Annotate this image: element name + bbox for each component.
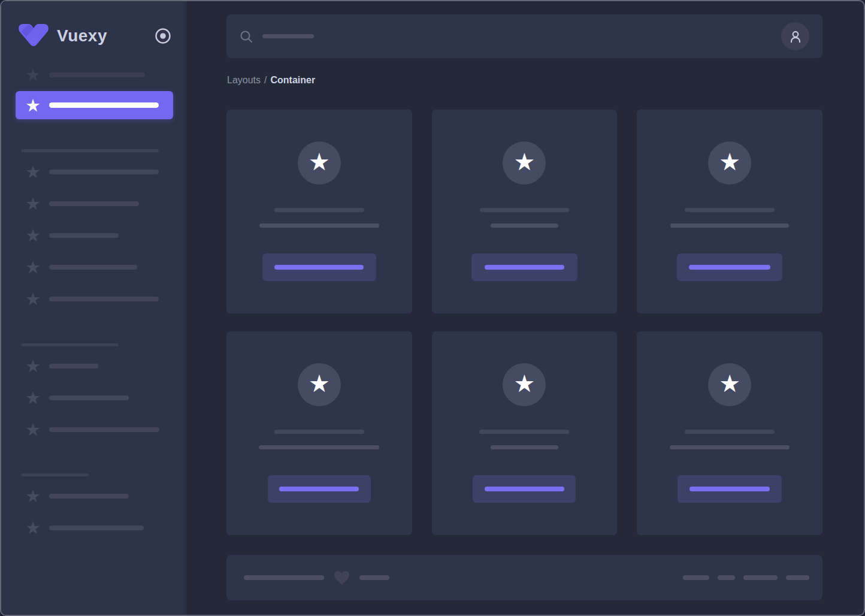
star-icon: ★ bbox=[25, 389, 40, 406]
card-avatar-circle: ★ bbox=[503, 363, 546, 406]
sidebar-item[interactable]: ★ bbox=[1, 227, 187, 244]
card-button[interactable] bbox=[678, 475, 782, 503]
card: ★ bbox=[226, 110, 412, 313]
footer-bar bbox=[226, 555, 822, 600]
main-content: Layouts/Container ★ ★ bbox=[187, 1, 864, 615]
star-icon: ★ bbox=[309, 372, 330, 398]
sidebar-item[interactable]: ★ bbox=[1, 164, 187, 180]
star-icon: ★ bbox=[25, 67, 40, 83]
sidebar-nav: ★ ★ ★ ★ ★ ★ bbox=[1, 67, 187, 536]
button-label-bar bbox=[485, 487, 564, 491]
star-icon: ★ bbox=[25, 195, 40, 212]
skeleton-line bbox=[685, 430, 775, 434]
heart-icon bbox=[334, 570, 350, 585]
footer-skeleton-text bbox=[244, 575, 324, 580]
star-icon: ★ bbox=[25, 97, 40, 114]
menu-pin-toggle-icon[interactable] bbox=[155, 28, 171, 44]
card-avatar-circle: ★ bbox=[708, 141, 751, 185]
search-placeholder-bar bbox=[262, 34, 314, 38]
sidebar: Vuexy ★ ★ ★ ★ bbox=[1, 1, 187, 615]
card: ★ bbox=[432, 110, 618, 313]
search-icon bbox=[240, 30, 253, 43]
skeleton-label bbox=[49, 170, 159, 174]
footer-link-bar[interactable] bbox=[743, 575, 778, 580]
star-icon: ★ bbox=[309, 150, 330, 176]
card-button[interactable] bbox=[262, 253, 376, 281]
sidebar-item[interactable]: ★ bbox=[1, 259, 187, 276]
sidebar-item[interactable]: ★ bbox=[1, 291, 187, 307]
footer-skeleton-text bbox=[359, 575, 389, 580]
star-icon: ★ bbox=[25, 520, 40, 536]
skeleton-label bbox=[49, 395, 129, 400]
card-button[interactable] bbox=[268, 475, 371, 503]
button-label-bar bbox=[274, 265, 364, 270]
skeleton-label bbox=[49, 364, 98, 369]
card-avatar-circle: ★ bbox=[298, 141, 341, 185]
star-icon: ★ bbox=[25, 227, 40, 244]
app-window: Vuexy ★ ★ ★ ★ bbox=[0, 0, 865, 616]
card: ★ bbox=[432, 331, 618, 535]
user-avatar[interactable] bbox=[781, 22, 809, 50]
skeleton-label bbox=[49, 201, 139, 206]
app-logo-text: Vuexy bbox=[57, 26, 107, 46]
button-label-bar bbox=[485, 265, 564, 270]
footer-link-bar[interactable] bbox=[718, 575, 735, 580]
skeleton-line bbox=[479, 430, 569, 434]
star-icon: ★ bbox=[25, 164, 40, 180]
page-title: Container bbox=[271, 75, 316, 85]
skeleton-line bbox=[491, 445, 558, 449]
skeleton-label bbox=[49, 526, 144, 530]
skeleton-line bbox=[670, 224, 789, 228]
star-icon: ★ bbox=[25, 291, 40, 307]
sidebar-item[interactable]: ★ bbox=[1, 67, 187, 83]
skeleton-line bbox=[274, 430, 364, 434]
skeleton-label bbox=[49, 233, 119, 238]
card-button[interactable] bbox=[471, 253, 577, 281]
search-input[interactable] bbox=[240, 30, 781, 43]
card-avatar-circle: ★ bbox=[708, 363, 751, 406]
user-icon bbox=[788, 29, 803, 44]
card: ★ bbox=[226, 331, 412, 535]
star-icon: ★ bbox=[719, 372, 740, 398]
skeleton-line bbox=[274, 208, 364, 212]
sidebar-section-heading bbox=[21, 473, 89, 476]
skeleton-label bbox=[49, 265, 137, 270]
skeleton-line bbox=[259, 224, 379, 228]
breadcrumb-section[interactable]: Layouts bbox=[227, 75, 261, 85]
star-icon: ★ bbox=[25, 488, 40, 505]
card-avatar-circle: ★ bbox=[503, 141, 546, 185]
card-button[interactable] bbox=[677, 253, 782, 281]
card: ★ bbox=[637, 331, 822, 535]
card: ★ bbox=[637, 110, 822, 313]
sidebar-item[interactable]: ★ bbox=[1, 389, 187, 406]
skeleton-line bbox=[491, 224, 558, 228]
button-label-bar bbox=[689, 265, 770, 270]
sidebar-item[interactable]: ★ bbox=[1, 421, 187, 438]
breadcrumb: Layouts/Container bbox=[227, 75, 822, 86]
breadcrumb-separator: / bbox=[264, 75, 267, 85]
card-button[interactable] bbox=[473, 475, 576, 503]
skeleton-line bbox=[259, 445, 379, 449]
skeleton-line bbox=[670, 445, 790, 449]
skeleton-label bbox=[49, 73, 145, 77]
star-icon: ★ bbox=[514, 150, 536, 176]
sidebar-item[interactable]: ★ bbox=[1, 488, 187, 505]
skeleton-line bbox=[480, 208, 569, 212]
cards-grid: ★ ★ ★ bbox=[226, 110, 822, 535]
skeleton-line bbox=[685, 208, 775, 212]
star-icon: ★ bbox=[25, 358, 40, 375]
skeleton-label bbox=[49, 297, 159, 301]
star-icon: ★ bbox=[514, 372, 536, 398]
sidebar-item-active[interactable]: ★ bbox=[16, 91, 173, 119]
sidebar-item[interactable]: ★ bbox=[1, 195, 187, 212]
sidebar-item[interactable]: ★ bbox=[1, 520, 187, 536]
skeleton-label bbox=[49, 102, 159, 108]
footer-link-bar[interactable] bbox=[683, 575, 709, 580]
logo-row: Vuexy bbox=[1, 20, 187, 52]
footer-link-bar[interactable] bbox=[786, 575, 809, 580]
sidebar-section-heading bbox=[21, 149, 159, 152]
footer-links bbox=[683, 575, 809, 580]
card-avatar-circle: ★ bbox=[298, 363, 341, 406]
sidebar-item[interactable]: ★ bbox=[1, 358, 187, 375]
top-navbar bbox=[226, 14, 822, 58]
